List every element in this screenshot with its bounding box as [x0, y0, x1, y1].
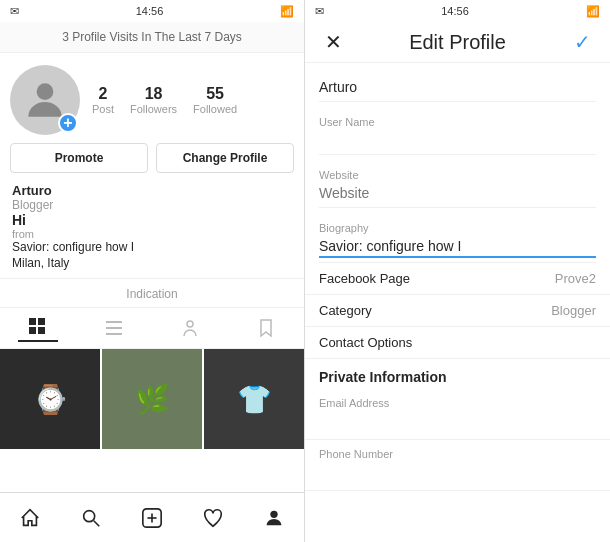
svg-rect-4: [38, 327, 45, 334]
signal-icon-left: 📶: [280, 5, 294, 18]
profile-buttons: Promote Change Profile: [0, 143, 304, 183]
svg-point-8: [187, 321, 193, 327]
posts-count: 2: [99, 85, 108, 103]
heart-icon: [202, 507, 224, 529]
status-bar-left: ✉ 14:56 📶: [0, 0, 304, 22]
nav-home[interactable]: [8, 496, 52, 540]
tab-tagged[interactable]: [170, 314, 210, 342]
bottom-nav: [0, 492, 304, 542]
status-bar-right: ✉ 14:56 📶: [305, 0, 610, 22]
profile-location: Milan, Italy: [12, 256, 292, 270]
stat-followers: 18 Followers: [130, 85, 177, 115]
svg-rect-1: [29, 318, 36, 325]
stat-followed: 55 Followed: [193, 85, 237, 115]
avatar-wrap: +: [10, 65, 80, 135]
tab-list[interactable]: [94, 314, 134, 342]
category-value: Blogger: [551, 303, 596, 318]
website-section: Website: [305, 155, 610, 208]
phone-input[interactable]: [319, 462, 596, 482]
indication-label: Indication: [0, 278, 304, 307]
close-button[interactable]: ✕: [319, 30, 347, 54]
biography-section: Biography: [305, 208, 610, 263]
svg-rect-5: [106, 321, 122, 323]
profile-savior: Savior: configure how I: [12, 240, 292, 254]
profile-visits-bar: 3 Profile Visits In The Last 7 Days: [0, 22, 304, 53]
profile-info: Arturo Blogger Hi from Savior: configure…: [0, 183, 304, 278]
followers-count: 18: [145, 85, 163, 103]
email-input[interactable]: [319, 411, 596, 431]
food-photo: 🌿: [135, 383, 170, 416]
contact-row[interactable]: Contact Options: [305, 327, 610, 359]
left-panel: ✉ 14:56 📶 3 Profile Visits In The Last 7…: [0, 0, 305, 542]
phone-label: Phone Number: [319, 448, 596, 460]
private-info-heading: Private Information: [305, 359, 610, 389]
category-label: Category: [319, 303, 372, 318]
biography-label: Biography: [319, 222, 596, 234]
facebook-value: Prove2: [555, 271, 596, 286]
bookmark-icon: [256, 318, 276, 338]
nav-search[interactable]: [69, 496, 113, 540]
username-field: User Name: [319, 110, 596, 155]
website-label: Website: [319, 169, 596, 181]
nav-heart[interactable]: [191, 496, 235, 540]
edit-profile-title: Edit Profile: [409, 31, 506, 54]
username-label: User Name: [319, 116, 596, 128]
change-profile-button[interactable]: Change Profile: [156, 143, 294, 173]
visits-text: 3 Profile Visits In The Last 7 Days: [62, 30, 242, 44]
content-tab-bar: [0, 307, 304, 349]
followed-label: Followed: [193, 103, 237, 115]
facebook-row[interactable]: Facebook Page Prove2: [305, 263, 610, 295]
nav-add[interactable]: [130, 496, 174, 540]
svg-line-10: [94, 520, 100, 526]
svg-point-14: [270, 510, 277, 517]
person-icon: [180, 318, 200, 338]
mail-icon: ✉: [10, 5, 19, 18]
stat-posts: 2 Post: [92, 85, 114, 115]
username-input[interactable]: [319, 130, 596, 150]
edit-form: User Name Website Biography Facebook Pag…: [305, 63, 610, 542]
edit-header: ✕ Edit Profile ✓: [305, 22, 610, 63]
profile-bio: Hi: [12, 212, 292, 228]
photo-cell-3[interactable]: 👕: [204, 349, 304, 449]
category-row[interactable]: Category Blogger: [305, 295, 610, 327]
email-label: Email Address: [319, 397, 596, 409]
svg-rect-7: [106, 333, 122, 335]
posts-label: Post: [92, 103, 114, 115]
list-icon: [104, 318, 124, 338]
photo-grid: ⌚ 🌿 👕: [0, 349, 304, 492]
profile-from: from: [12, 228, 292, 240]
home-icon: [19, 507, 41, 529]
photo-cell-1[interactable]: ⌚: [0, 349, 100, 449]
photo-cell-2[interactable]: 🌿: [102, 349, 202, 449]
add-photo-button[interactable]: +: [58, 113, 78, 133]
email-field-section: Email Address: [305, 389, 610, 440]
name-input[interactable]: [319, 77, 596, 97]
save-check-button[interactable]: ✓: [568, 30, 596, 54]
followers-label: Followers: [130, 103, 177, 115]
tab-saved[interactable]: [246, 314, 286, 342]
name-field: [319, 71, 596, 102]
name-section: [305, 63, 610, 102]
stats-row: 2 Post 18 Followers 55 Followed: [92, 85, 237, 115]
promote-button[interactable]: Promote: [10, 143, 148, 173]
search-icon: [80, 507, 102, 529]
followed-count: 55: [206, 85, 224, 103]
mail-icon-right: ✉: [315, 5, 324, 18]
biography-field: Biography: [319, 216, 596, 263]
svg-rect-3: [29, 327, 36, 334]
svg-point-0: [37, 83, 54, 100]
contact-label: Contact Options: [319, 335, 412, 350]
biography-input[interactable]: [319, 236, 596, 258]
website-input[interactable]: [319, 183, 596, 203]
svg-rect-2: [38, 318, 45, 325]
profile-name: Arturo: [12, 183, 292, 198]
tab-grid[interactable]: [18, 314, 58, 342]
profile-icon: [263, 507, 285, 529]
shirt-photo: 👕: [237, 383, 272, 416]
add-icon: [141, 507, 163, 529]
nav-profile[interactable]: [252, 496, 296, 540]
profile-section: + 2 Post 18 Followers 55 Followed: [0, 53, 304, 143]
time-right: 14:56: [441, 5, 469, 17]
grid-icon: [28, 317, 48, 337]
username-section: User Name: [305, 102, 610, 155]
